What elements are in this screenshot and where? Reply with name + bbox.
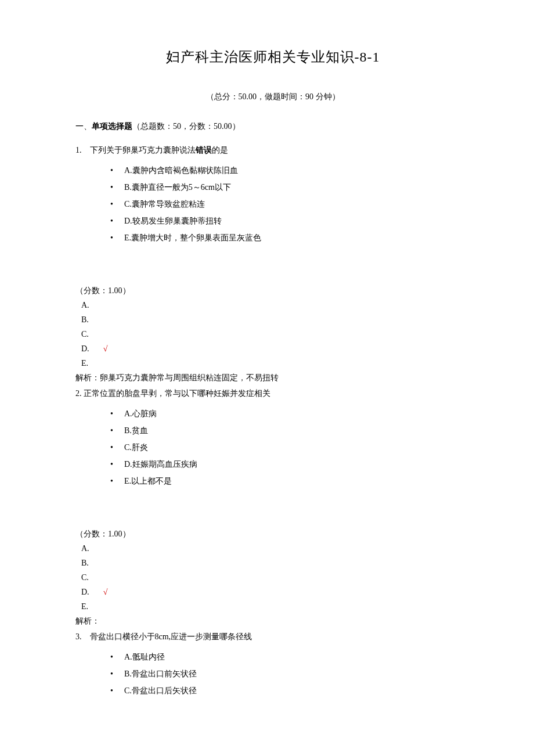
answer-letter: B.: [81, 315, 89, 324]
question-number: 3.: [75, 631, 82, 643]
answer-list: A.B.C.D.√E.: [75, 542, 470, 613]
score-line: （分数：1.00）: [75, 285, 470, 297]
answer-row: C.: [75, 571, 470, 584]
answer-row: E.: [75, 357, 470, 369]
question-stem: 3. 骨盆出口横径小于8cm,应进一步测量哪条径线: [75, 631, 470, 643]
option-item: E.以上都不是: [110, 475, 470, 487]
option-item: C.肝炎: [110, 441, 470, 453]
stem-bold: 错误: [196, 146, 212, 154]
question-number: 1.: [75, 144, 82, 156]
section-type: 单项选择题: [92, 122, 132, 131]
question-stem: 1. 下列关于卵巢巧克力囊肿说法错误的是: [75, 144, 470, 156]
answer-letter: C.: [81, 573, 89, 582]
section-prefix: 一、: [75, 122, 92, 131]
check-mark-icon: √: [103, 588, 108, 596]
answer-letter: E.: [81, 359, 88, 368]
option-item: A.囊肿内含暗褐色黏糊状陈旧血: [110, 164, 470, 177]
answer-letter: A.: [81, 301, 89, 309]
stem-text: 下列关于卵巢巧克力囊肿说法: [90, 146, 196, 154]
answer-row: B.: [75, 314, 470, 326]
stem-text: 骨盆出口横径小于8cm,应进一步测量哪条径线: [90, 632, 252, 641]
option-list: A.心脏病B.贫血C.肝炎D.妊娠期高血压疾病E.以上都不是: [75, 408, 470, 487]
section-header: 一、单项选择题（总题数：50，分数：50.00）: [75, 120, 470, 132]
exam-meta: （总分：50.00，做题时间：90 分钟）: [75, 91, 470, 103]
option-list: A.骶耻内径B.骨盆出口前矢状径C.骨盆出口后矢状径: [75, 651, 470, 697]
answer-letter: C.: [81, 330, 89, 339]
stem-text-after: 的是: [212, 146, 228, 154]
option-item: C.骨盆出口后矢状径: [110, 685, 470, 697]
question-number: 2.: [75, 387, 82, 399]
analysis-line: 解析：: [75, 615, 470, 627]
answer-row: A.: [75, 542, 470, 555]
question-stem: 2. 正常位置的胎盘早剥，常与以下哪种妊娠并发症相关: [75, 387, 470, 399]
answer-row: E.: [75, 600, 470, 613]
option-item: B.贫血: [110, 424, 470, 437]
option-item: A.骶耻内径: [110, 651, 470, 663]
option-item: D.妊娠期高血压疾病: [110, 458, 470, 470]
option-item: A.心脏病: [110, 408, 470, 420]
option-list: A.囊肿内含暗褐色黏糊状陈旧血B.囊肿直径一般为5～6cm以下C.囊肿常导致盆腔…: [75, 164, 470, 244]
section-suffix: （总题数：50，分数：50.00）: [132, 122, 240, 131]
stem-text: 正常位置的胎盘早剥，常与以下哪种妊娠并发症相关: [84, 389, 270, 398]
answer-letter: D.: [81, 344, 89, 353]
answer-row: A.: [75, 299, 470, 311]
answer-row: D.√: [75, 343, 470, 355]
score-line: （分数：1.00）: [75, 528, 470, 540]
option-item: B.囊肿直径一般为5～6cm以下: [110, 181, 470, 193]
option-item: C.囊肿常导致盆腔粘连: [110, 198, 470, 210]
page-title: 妇产科主治医师相关专业知识-8-1: [75, 46, 470, 67]
answer-letter: D.: [81, 588, 89, 596]
option-item: D.较易发生卵巢囊肿蒂扭转: [110, 215, 470, 227]
answer-row: D.√: [75, 586, 470, 598]
option-item: B.骨盆出口前矢状径: [110, 668, 470, 680]
answer-row: C.: [75, 328, 470, 340]
analysis-line: 解析：卵巢巧克力囊肿常与周围组织粘连固定，不易扭转: [75, 372, 470, 384]
check-mark-icon: √: [103, 344, 108, 353]
answer-row: B.: [75, 557, 470, 569]
option-item: E.囊肿增大时，整个卵巢表面呈灰蓝色: [110, 232, 470, 244]
answer-letter: B.: [81, 559, 89, 567]
answer-list: A.B.C.D.√E.: [75, 299, 470, 369]
answer-letter: A.: [81, 544, 89, 553]
answer-letter: E.: [81, 602, 88, 611]
